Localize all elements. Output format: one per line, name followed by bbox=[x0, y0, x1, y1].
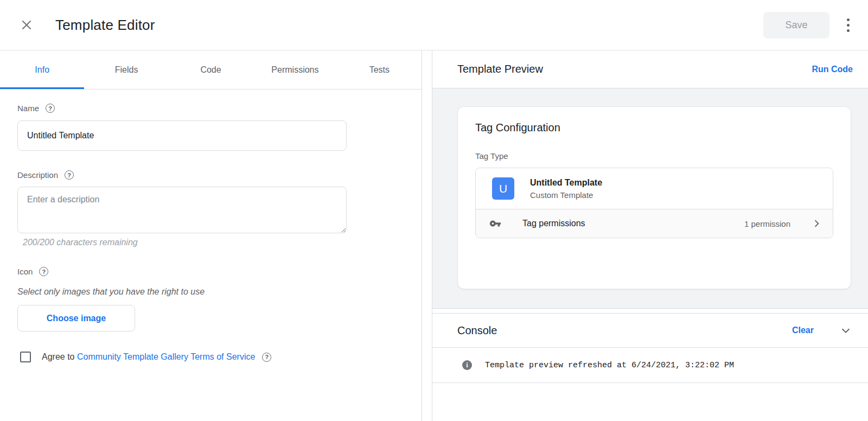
tag-permissions-row[interactable]: Tag permissions 1 permission bbox=[476, 209, 833, 238]
permissions-label: Tag permissions bbox=[522, 219, 585, 228]
preview-area: Tag Configuration Tag Type U Untitled Te… bbox=[432, 88, 868, 309]
chars-remaining: 200/200 characters remaining bbox=[23, 238, 404, 247]
tag-type-label: Tag Type bbox=[475, 151, 833, 161]
icon-label: Icon bbox=[17, 267, 33, 276]
info-form: Name ? Description ? 200/200 characters … bbox=[0, 90, 422, 362]
icon-help-icon[interactable]: ? bbox=[39, 267, 48, 276]
tag-type-box: U Untitled Template Custom Template Tag bbox=[475, 168, 833, 238]
tag-icon: U bbox=[492, 177, 514, 200]
console-message-row: i Template preview refreshed at 6/24/202… bbox=[432, 348, 868, 383]
tag-type-row[interactable]: U Untitled Template Custom Template bbox=[476, 168, 833, 209]
close-icon[interactable] bbox=[17, 16, 36, 34]
tos-link[interactable]: Community Template Gallery Terms of Serv… bbox=[77, 352, 255, 361]
top-bar: Template Editor Save bbox=[0, 0, 868, 50]
tag-config-card: Tag Configuration Tag Type U Untitled Te… bbox=[457, 106, 851, 289]
key-icon bbox=[489, 218, 501, 229]
console-title: Console bbox=[457, 324, 497, 337]
tag-kind: Custom Template bbox=[530, 190, 602, 200]
run-code-link[interactable]: Run Code bbox=[812, 65, 853, 74]
choose-image-button[interactable]: Choose image bbox=[17, 305, 135, 331]
panel-divider bbox=[422, 50, 432, 421]
preview-title: Template Preview bbox=[457, 63, 543, 75]
console-clear-link[interactable]: Clear bbox=[792, 326, 814, 335]
editor-tabs: Info Fields Code Permissions Tests bbox=[0, 50, 422, 90]
name-label: Name bbox=[17, 104, 39, 113]
editor-panel: Info Fields Code Permissions Tests Name … bbox=[0, 50, 422, 421]
chevron-right-icon bbox=[811, 218, 822, 229]
tab-permissions[interactable]: Permissions bbox=[253, 50, 337, 89]
tab-info[interactable]: Info bbox=[0, 50, 84, 89]
icon-hint: Select only images that you have the rig… bbox=[17, 287, 404, 297]
description-help-icon[interactable]: ? bbox=[65, 170, 74, 180]
tag-name: Untitled Template bbox=[530, 178, 602, 188]
tab-code[interactable]: Code bbox=[169, 50, 253, 89]
permissions-count: 1 permission bbox=[744, 219, 790, 228]
agree-help-icon[interactable]: ? bbox=[262, 353, 271, 362]
agree-text: Agree to Community Template Gallery Term… bbox=[42, 352, 255, 362]
description-textarea[interactable] bbox=[17, 187, 347, 233]
info-icon: i bbox=[462, 360, 472, 370]
chevron-down-icon[interactable] bbox=[840, 324, 852, 336]
page-title: Template Editor bbox=[55, 17, 155, 34]
name-help-icon[interactable]: ? bbox=[46, 104, 55, 113]
tab-fields[interactable]: Fields bbox=[84, 50, 168, 89]
description-label: Description bbox=[17, 170, 58, 180]
agree-checkbox[interactable] bbox=[20, 352, 31, 362]
kebab-menu-icon[interactable] bbox=[844, 15, 853, 35]
tag-config-title: Tag Configuration bbox=[475, 122, 833, 134]
console-message: Template preview refreshed at 6/24/2021,… bbox=[485, 361, 734, 370]
preview-panel: Template Preview Run Code Tag Configurat… bbox=[432, 50, 868, 421]
tab-tests[interactable]: Tests bbox=[337, 50, 422, 89]
save-button[interactable]: Save bbox=[763, 12, 829, 39]
name-input[interactable] bbox=[17, 120, 347, 151]
console-header: Console Clear bbox=[432, 313, 868, 348]
